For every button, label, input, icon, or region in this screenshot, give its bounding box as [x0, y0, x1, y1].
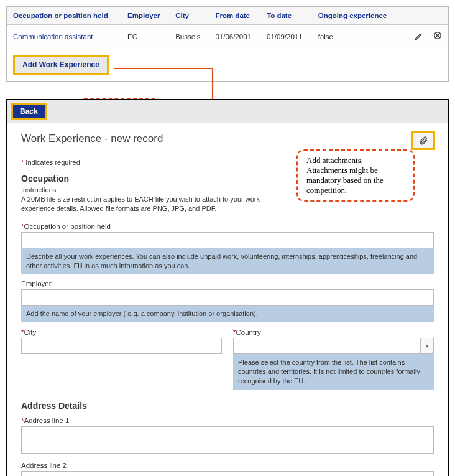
- paperclip-icon: [418, 136, 428, 146]
- occupation-label: *Occupation or position held: [21, 223, 434, 230]
- country-select[interactable]: ▾: [233, 338, 434, 354]
- chevron-down-icon[interactable]: ▾: [420, 338, 434, 354]
- instructions-text: A 20MB file size restriction applies to …: [21, 195, 288, 214]
- work-experience-list-panel: Occupation or position held Employer Cit…: [6, 6, 449, 82]
- address1-label: *Address line 1: [21, 417, 434, 424]
- cell-from: 01/06/2001: [209, 25, 260, 49]
- table-row: Communication assistant EC Bussels 01/06…: [7, 25, 448, 49]
- work-experience-table: Occupation or position held Employer Cit…: [7, 7, 448, 49]
- cell-employer: EC: [121, 25, 169, 49]
- col-actions: [398, 7, 448, 25]
- address2-label: Address line 2: [21, 462, 434, 469]
- cell-occupation-link[interactable]: Communication assistant: [7, 25, 121, 49]
- employer-hint: Add the name of your employer ( e.g. a c…: [21, 306, 434, 322]
- country-hint: Please select the country from the list.…: [233, 354, 434, 390]
- add-work-experience-button[interactable]: Add Work Experience: [14, 56, 108, 73]
- col-employer: Employer: [121, 7, 169, 25]
- col-city: City: [169, 7, 209, 25]
- address2-input[interactable]: [21, 471, 434, 476]
- edit-icon[interactable]: [413, 31, 424, 42]
- annotation-attach-callout: Add attachments. Attachments might be ma…: [296, 149, 415, 202]
- address1-input[interactable]: [21, 426, 434, 454]
- form-title: Work Experience - new record: [21, 133, 163, 145]
- employer-label: Employer: [21, 280, 434, 287]
- country-label: *Country: [233, 329, 434, 336]
- section-address-heading: Address Details: [21, 401, 434, 411]
- col-ongoing: Ongoing experience: [312, 7, 398, 25]
- employer-input[interactable]: [21, 289, 434, 306]
- col-from: From date: [209, 7, 260, 25]
- col-occupation: Occupation or position held: [7, 7, 121, 25]
- col-to: To date: [260, 7, 312, 25]
- cell-to: 01/09/2011: [260, 25, 312, 49]
- occupation-input[interactable]: [21, 232, 434, 248]
- occupation-hint: Describe all your work experiences. You …: [21, 248, 434, 274]
- city-input[interactable]: [21, 338, 222, 354]
- city-label: *City: [21, 329, 222, 336]
- cell-city: Bussels: [169, 25, 209, 49]
- delete-icon[interactable]: [431, 31, 442, 42]
- attachment-button[interactable]: [413, 133, 434, 149]
- back-button[interactable]: Back: [12, 104, 45, 119]
- cell-ongoing: false: [312, 25, 398, 49]
- country-input[interactable]: [233, 338, 420, 354]
